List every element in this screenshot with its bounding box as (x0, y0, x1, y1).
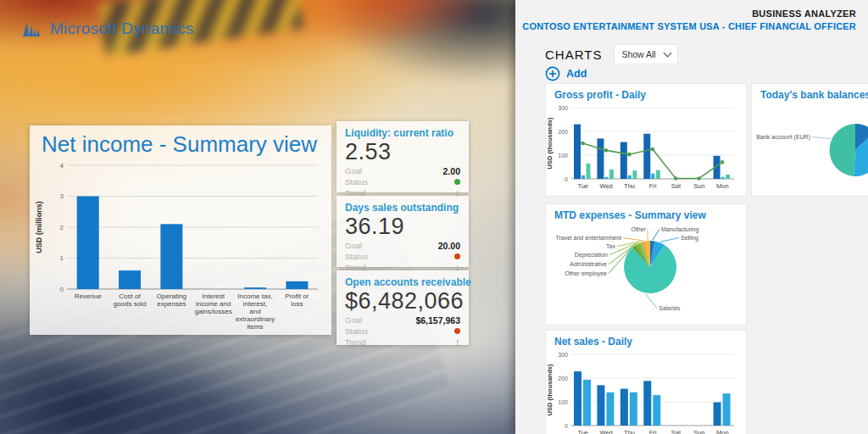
status-dot (454, 328, 460, 334)
chart-title: Gross profit - Daily (546, 84, 746, 101)
svg-text:1: 1 (60, 254, 64, 262)
svg-text:Sun: Sun (693, 429, 704, 434)
svg-text:Sat: Sat (671, 429, 682, 434)
svg-text:Operatingexpenses: Operatingexpenses (157, 292, 186, 308)
svg-text:Travel and entertainment: Travel and entertainment (555, 235, 621, 241)
net-income-chart: 01234RevenueCost ofgoods soldOperatingex… (31, 159, 331, 338)
kpi-tile-days-sales-outstanding[interactable]: Days sales outstanding 36.19 Goal20.00 S… (337, 196, 469, 267)
chart-filter-dropdown[interactable]: Show All (614, 44, 677, 64)
svg-text:Depreciation: Depreciation (575, 252, 608, 259)
svg-text:Fri: Fri (649, 182, 657, 190)
svg-text:Manufacturing: Manufacturing (661, 226, 698, 233)
status-label: Status (345, 326, 368, 336)
svg-text:Fri: Fri (649, 429, 657, 434)
status-label: Status (345, 177, 368, 186)
chart-card-gross-profit[interactable]: Gross profit - Daily 0100200300TueWedThu… (545, 83, 747, 197)
svg-text:2: 2 (60, 224, 64, 231)
svg-text:Sun: Sun (693, 182, 704, 190)
status-dot (454, 253, 460, 259)
plus-circle-icon (545, 66, 560, 81)
svg-text:Tue: Tue (577, 182, 588, 190)
goal-label: Goal (345, 166, 362, 175)
trend-label: Trend (345, 337, 365, 347)
svg-text:Cost ofgoods sold: Cost ofgoods sold (114, 292, 147, 308)
svg-text:0: 0 (565, 423, 568, 429)
svg-text:Revenue: Revenue (75, 292, 103, 300)
net-sales-chart: 0100200300TueWedThuFriSatSunMonUSD (thou… (546, 348, 746, 434)
svg-text:3: 3 (60, 192, 64, 200)
svg-text:Income tax,interest,andextraor: Income tax,interest,andextraordinaryitem… (236, 292, 275, 331)
svg-text:USD (millions): USD (millions) (35, 201, 43, 253)
microsoft-dynamics-logo: Microsoft Dynamics (22, 19, 193, 39)
chart-title: Today's bank balances - Summary (752, 84, 868, 101)
goal-value: 20.00 (438, 241, 460, 251)
svg-text:Bank account (EUR): Bank account (EUR) (756, 134, 810, 141)
goal-label: Goal (345, 241, 362, 250)
trend-arrow-icon: ↑ (455, 337, 461, 348)
panel-header: BUSINESS ANALYZER CONTOSO ENTERTAINMENT … (522, 8, 856, 31)
goal-value: $6,157,963 (415, 315, 460, 326)
chart-title: Net sales - Daily (546, 331, 746, 348)
svg-text:Sat: Sat (671, 182, 682, 190)
add-button-label: Add (566, 68, 587, 80)
gross-profit-chart: 0100200300TueWedThuFriSatSunMonUSD (thou… (546, 101, 746, 194)
svg-text:200: 200 (558, 129, 568, 135)
svg-text:Interestincome andgains/losses: Interestincome andgains/losses (195, 292, 232, 315)
svg-text:Other: Other (631, 226, 646, 232)
kpi-title: Days sales outstanding (345, 202, 460, 214)
chart-title: MTD expenses - Summary view (546, 204, 746, 221)
net-income-title: Net income - Summary view (30, 125, 331, 159)
add-chart-button[interactable]: Add (545, 66, 587, 81)
kpi-tile-open-accounts-receivable[interactable]: Open accounts receivable $6,482,066 Goal… (337, 270, 469, 345)
brand-text: Microsoft Dynamics (50, 19, 193, 38)
svg-text:Mon: Mon (716, 429, 729, 434)
goal-value: 2.00 (443, 166, 460, 176)
chart-card-net-sales[interactable]: Net sales - Daily 0100200300TueWedThuFri… (545, 330, 747, 434)
status-dot (454, 179, 460, 185)
svg-text:300: 300 (558, 105, 568, 111)
svg-text:Profit orloss: Profit orloss (285, 292, 309, 308)
charts-section-label: CHARTS (545, 47, 602, 62)
dashboard-photo-background: Microsoft Dynamics Net income - Summary … (0, 0, 515, 434)
chart-filter-value: Show All (621, 49, 655, 59)
svg-text:Thu: Thu (624, 429, 635, 434)
svg-text:Selling: Selling (681, 235, 698, 242)
svg-text:4: 4 (60, 162, 64, 170)
svg-text:Tax: Tax (606, 243, 615, 249)
svg-text:0: 0 (565, 176, 568, 182)
bank-balances-pie-chart: Bank account (EUR) (752, 101, 868, 197)
svg-text:Thu: Thu (624, 182, 635, 190)
svg-text:Mon: Mon (716, 182, 729, 190)
svg-text:100: 100 (558, 153, 568, 159)
kpi-title: Liquidity: current ratio (345, 127, 460, 139)
svg-text:0: 0 (60, 286, 64, 293)
svg-text:Salaries: Salaries (659, 305, 681, 311)
svg-text:300: 300 (558, 352, 568, 358)
chart-card-mtd-expenses[interactable]: MTD expenses - Summary view OtherManufac… (545, 203, 747, 326)
business-analyzer-screen: Microsoft Dynamics Net income - Summary … (0, 0, 868, 434)
kpi-value: 36.19 (345, 214, 460, 238)
dynamics-logo-icon (22, 19, 44, 39)
app-title: BUSINESS ANALYZER (522, 8, 856, 19)
chart-card-bank-balances[interactable]: Today's bank balances - Summary Bank acc… (751, 83, 868, 197)
kpi-tile-liquidity[interactable]: Liquidity: current ratio 2.53 Goal2.00 S… (337, 121, 469, 192)
svg-text:200: 200 (558, 376, 568, 381)
svg-text:USD (thousands): USD (thousands) (546, 117, 554, 169)
svg-text:Wed: Wed (599, 182, 612, 190)
charts-toolbar: CHARTS Show All (545, 44, 678, 64)
goal-label: Goal (345, 315, 362, 325)
kpi-value: 2.53 (345, 140, 460, 164)
business-analyzer-panel: BUSINESS ANALYZER CONTOSO ENTERTAINMENT … (515, 0, 868, 434)
mtd-expenses-pie-chart: OtherManufacturingSellingTravel and ente… (546, 221, 746, 325)
chevron-down-icon (663, 49, 671, 58)
svg-text:Other employee: Other employee (565, 270, 607, 277)
svg-text:Administrative: Administrative (570, 261, 607, 267)
svg-text:Wed: Wed (599, 429, 612, 434)
svg-text:Tue: Tue (577, 429, 588, 434)
company-role-title: CONTOSO ENTERTAINMENT SYSTEM USA - CHIEF… (522, 21, 856, 31)
svg-text:100: 100 (558, 399, 568, 405)
net-income-card[interactable]: Net income - Summary view 01234RevenueCo… (30, 125, 331, 335)
kpi-value: $6,482,066 (345, 289, 460, 313)
status-label: Status (345, 252, 368, 261)
kpi-title: Open accounts receivable (345, 276, 460, 288)
